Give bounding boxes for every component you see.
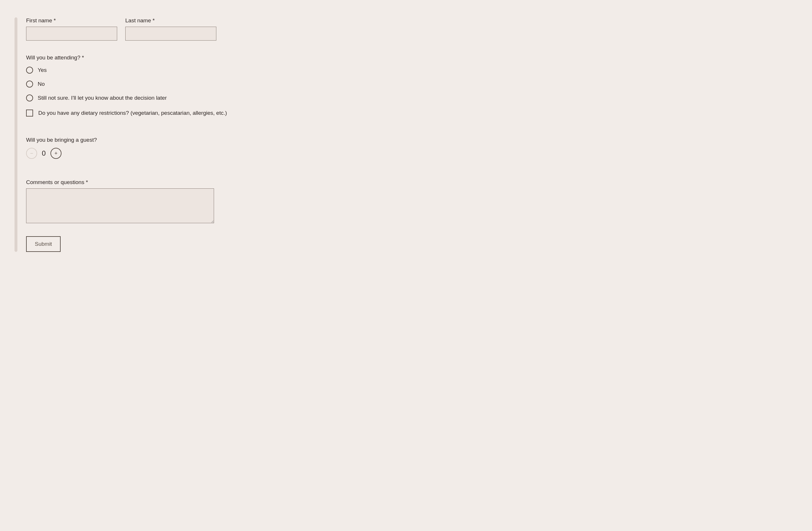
comments-section: Comments or questions *: [26, 179, 418, 236]
radio-icon: [26, 67, 33, 74]
guest-count-value: 0: [41, 149, 46, 157]
first-name-label: First name *: [26, 17, 117, 24]
attending-section: Will you be attending? * Yes No Still no…: [26, 55, 418, 101]
guest-label: Will you be bringing a guest?: [26, 137, 418, 143]
radio-option-no[interactable]: No: [26, 80, 418, 88]
guest-stepper: − 0 +: [26, 148, 418, 159]
comments-textarea[interactable]: [26, 188, 214, 223]
stepper-minus-button[interactable]: −: [26, 148, 37, 159]
name-row: First name * Last name *: [26, 17, 418, 41]
plus-icon: +: [55, 151, 58, 156]
attending-radio-group: Yes No Still not sure. I'll let you know…: [26, 67, 418, 101]
last-name-field-group: Last name *: [125, 17, 216, 41]
minus-icon: −: [30, 151, 33, 156]
dietary-label: Do you have any dietary restrictions? (v…: [38, 110, 227, 116]
checkbox-icon: [26, 109, 33, 117]
rsvp-form: First name * Last name * Will you be att…: [12, 17, 418, 252]
radio-option-label: Still not sure. I'll let you know about …: [38, 95, 167, 101]
last-name-label: Last name *: [125, 17, 216, 24]
radio-option-label: Yes: [38, 67, 47, 73]
vertical-accent-bar: [14, 17, 17, 252]
first-name-field-group: First name *: [26, 17, 117, 41]
radio-option-unsure[interactable]: Still not sure. I'll let you know about …: [26, 94, 418, 101]
radio-icon: [26, 94, 33, 101]
radio-icon: [26, 80, 33, 88]
stepper-plus-button[interactable]: +: [50, 148, 61, 159]
guest-section: Will you be bringing a guest? − 0 +: [26, 137, 418, 159]
radio-option-yes[interactable]: Yes: [26, 67, 418, 74]
dietary-checkbox-row[interactable]: Do you have any dietary restrictions? (v…: [26, 109, 418, 117]
comments-label: Comments or questions *: [26, 179, 418, 186]
attending-label: Will you be attending? *: [26, 55, 418, 61]
radio-option-label: No: [38, 81, 45, 87]
first-name-input[interactable]: [26, 27, 117, 41]
last-name-input[interactable]: [125, 27, 216, 41]
submit-button[interactable]: Submit: [26, 236, 61, 252]
